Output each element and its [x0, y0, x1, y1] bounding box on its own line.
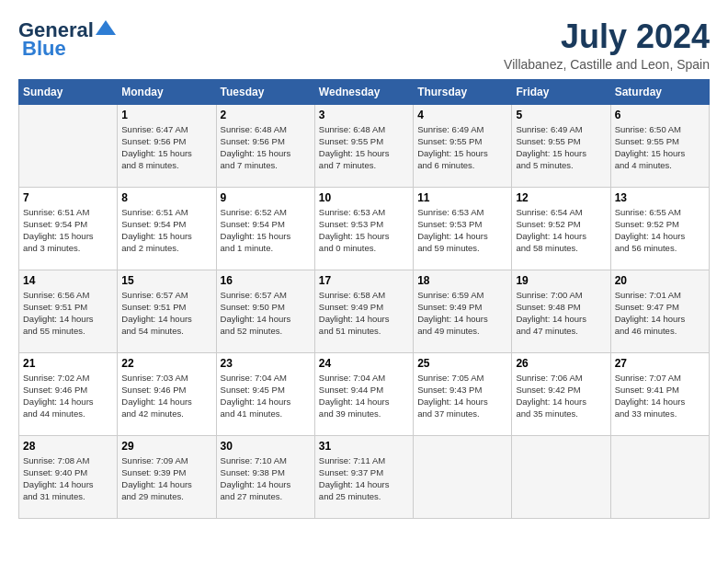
logo-icon [96, 20, 116, 35]
day-number: 15 [121, 274, 211, 287]
weekday-friday: Friday [512, 79, 610, 104]
weekday-tuesday: Tuesday [216, 79, 314, 104]
calendar-cell: 19Sunrise: 7:00 AM Sunset: 9:48 PM Dayli… [512, 270, 610, 352]
day-number: 17 [319, 274, 409, 287]
calendar-cell: 21Sunrise: 7:02 AM Sunset: 9:46 PM Dayli… [19, 352, 118, 435]
calendar-cell: 15Sunrise: 6:57 AM Sunset: 9:51 PM Dayli… [118, 270, 216, 352]
day-info: Sunrise: 7:07 AM Sunset: 9:41 PM Dayligh… [615, 372, 705, 420]
calendar-cell: 7Sunrise: 6:51 AM Sunset: 9:54 PM Daylig… [19, 187, 118, 270]
calendar-table: SundayMondayTuesdayWednesdayThursdayFrid… [18, 79, 710, 519]
day-number: 5 [516, 109, 606, 121]
day-number: 2 [221, 109, 311, 121]
calendar-cell: 8Sunrise: 6:51 AM Sunset: 9:54 PM Daylig… [118, 187, 216, 270]
calendar-cell: 2Sunrise: 6:48 AM Sunset: 9:56 PM Daylig… [216, 104, 314, 187]
weekday-saturday: Saturday [610, 79, 709, 104]
calendar-cell: 1Sunrise: 6:47 AM Sunset: 9:56 PM Daylig… [118, 104, 216, 187]
day-info: Sunrise: 7:10 AM Sunset: 9:38 PM Dayligh… [221, 454, 311, 503]
calendar-cell: 22Sunrise: 7:03 AM Sunset: 9:46 PM Dayli… [118, 352, 216, 435]
day-number: 8 [121, 191, 211, 204]
day-info: Sunrise: 7:03 AM Sunset: 9:46 PM Dayligh… [121, 372, 211, 420]
day-number: 22 [121, 357, 211, 370]
day-info: Sunrise: 7:08 AM Sunset: 9:40 PM Dayligh… [23, 454, 113, 503]
calendar-body: 1Sunrise: 6:47 AM Sunset: 9:56 PM Daylig… [19, 104, 710, 518]
calendar-cell: 29Sunrise: 7:09 AM Sunset: 9:39 PM Dayli… [118, 435, 216, 518]
calendar-cell: 31Sunrise: 7:11 AM Sunset: 9:37 PM Dayli… [314, 435, 413, 518]
calendar-cell: 28Sunrise: 7:08 AM Sunset: 9:40 PM Dayli… [19, 435, 118, 518]
day-number: 16 [221, 274, 311, 287]
week-row-4: 21Sunrise: 7:02 AM Sunset: 9:46 PM Dayli… [19, 352, 710, 435]
day-number: 10 [319, 191, 409, 204]
day-info: Sunrise: 6:53 AM Sunset: 9:53 PM Dayligh… [319, 206, 409, 255]
title-area: July 2024 Villabanez, Castille and Leon,… [504, 18, 710, 72]
day-number: 19 [516, 274, 606, 287]
day-info: Sunrise: 7:05 AM Sunset: 9:43 PM Dayligh… [417, 372, 507, 420]
day-number: 25 [417, 357, 507, 370]
day-info: Sunrise: 6:57 AM Sunset: 9:51 PM Dayligh… [121, 289, 211, 338]
day-number: 30 [221, 440, 311, 453]
day-info: Sunrise: 6:53 AM Sunset: 9:53 PM Dayligh… [417, 206, 507, 255]
day-info: Sunrise: 7:06 AM Sunset: 9:42 PM Dayligh… [516, 372, 606, 420]
calendar-cell: 3Sunrise: 6:48 AM Sunset: 9:55 PM Daylig… [314, 104, 413, 187]
calendar-cell: 11Sunrise: 6:53 AM Sunset: 9:53 PM Dayli… [414, 187, 512, 270]
calendar-cell: 10Sunrise: 6:53 AM Sunset: 9:53 PM Dayli… [314, 187, 413, 270]
day-number: 11 [417, 191, 507, 204]
calendar-cell: 4Sunrise: 6:49 AM Sunset: 9:55 PM Daylig… [414, 104, 512, 187]
calendar-cell: 13Sunrise: 6:55 AM Sunset: 9:52 PM Dayli… [610, 187, 709, 270]
calendar-cell: 20Sunrise: 7:01 AM Sunset: 9:47 PM Dayli… [610, 270, 709, 352]
day-info: Sunrise: 6:49 AM Sunset: 9:55 PM Dayligh… [417, 123, 507, 172]
day-info: Sunrise: 6:55 AM Sunset: 9:52 PM Dayligh… [615, 206, 705, 255]
day-number: 1 [121, 109, 211, 121]
day-info: Sunrise: 7:02 AM Sunset: 9:46 PM Dayligh… [23, 372, 113, 420]
day-number: 27 [615, 357, 705, 370]
calendar-cell [610, 435, 709, 518]
calendar-cell: 6Sunrise: 6:50 AM Sunset: 9:55 PM Daylig… [610, 104, 709, 187]
day-number: 13 [615, 191, 705, 204]
day-info: Sunrise: 6:54 AM Sunset: 9:52 PM Dayligh… [516, 206, 606, 255]
day-info: Sunrise: 6:52 AM Sunset: 9:54 PM Dayligh… [221, 206, 311, 255]
day-number: 12 [516, 191, 606, 204]
calendar-cell: 12Sunrise: 6:54 AM Sunset: 9:52 PM Dayli… [512, 187, 610, 270]
calendar-cell: 24Sunrise: 7:04 AM Sunset: 9:44 PM Dayli… [314, 352, 413, 435]
day-info: Sunrise: 7:00 AM Sunset: 9:48 PM Dayligh… [516, 289, 606, 338]
weekday-header-row: SundayMondayTuesdayWednesdayThursdayFrid… [19, 79, 710, 104]
day-number: 18 [417, 274, 507, 287]
day-info: Sunrise: 6:48 AM Sunset: 9:56 PM Dayligh… [221, 123, 311, 172]
calendar-cell: 5Sunrise: 6:49 AM Sunset: 9:55 PM Daylig… [512, 104, 610, 187]
day-number: 28 [23, 440, 113, 453]
day-info: Sunrise: 6:57 AM Sunset: 9:50 PM Dayligh… [221, 289, 311, 338]
month-year: July 2024 [504, 18, 710, 55]
day-info: Sunrise: 6:51 AM Sunset: 9:54 PM Dayligh… [23, 206, 113, 255]
day-number: 31 [319, 440, 409, 453]
day-info: Sunrise: 6:50 AM Sunset: 9:55 PM Dayligh… [615, 123, 705, 172]
week-row-3: 14Sunrise: 6:56 AM Sunset: 9:51 PM Dayli… [19, 270, 710, 352]
calendar-cell [512, 435, 610, 518]
calendar-cell: 16Sunrise: 6:57 AM Sunset: 9:50 PM Dayli… [216, 270, 314, 352]
calendar-cell: 27Sunrise: 7:07 AM Sunset: 9:41 PM Dayli… [610, 352, 709, 435]
day-info: Sunrise: 6:56 AM Sunset: 9:51 PM Dayligh… [23, 289, 113, 338]
weekday-sunday: Sunday [19, 79, 118, 104]
calendar-cell: 18Sunrise: 6:59 AM Sunset: 9:49 PM Dayli… [414, 270, 512, 352]
calendar-cell: 26Sunrise: 7:06 AM Sunset: 9:42 PM Dayli… [512, 352, 610, 435]
day-info: Sunrise: 6:58 AM Sunset: 9:49 PM Dayligh… [319, 289, 409, 338]
calendar-cell [19, 104, 118, 187]
day-number: 20 [615, 274, 705, 287]
calendar-cell: 17Sunrise: 6:58 AM Sunset: 9:49 PM Dayli… [314, 270, 413, 352]
logo-blue: Blue [22, 37, 66, 61]
calendar-cell: 25Sunrise: 7:05 AM Sunset: 9:43 PM Dayli… [414, 352, 512, 435]
day-number: 9 [221, 191, 311, 204]
week-row-1: 1Sunrise: 6:47 AM Sunset: 9:56 PM Daylig… [19, 104, 710, 187]
svg-marker-0 [96, 20, 116, 35]
day-info: Sunrise: 7:09 AM Sunset: 9:39 PM Dayligh… [121, 454, 211, 503]
day-number: 14 [23, 274, 113, 287]
day-number: 6 [615, 109, 705, 121]
week-row-2: 7Sunrise: 6:51 AM Sunset: 9:54 PM Daylig… [19, 187, 710, 270]
day-number: 24 [319, 357, 409, 370]
day-number: 23 [221, 357, 311, 370]
day-info: Sunrise: 6:51 AM Sunset: 9:54 PM Dayligh… [121, 206, 211, 255]
weekday-thursday: Thursday [414, 79, 512, 104]
weekday-wednesday: Wednesday [314, 79, 413, 104]
week-row-5: 28Sunrise: 7:08 AM Sunset: 9:40 PM Dayli… [19, 435, 710, 518]
calendar-cell: 30Sunrise: 7:10 AM Sunset: 9:38 PM Dayli… [216, 435, 314, 518]
day-info: Sunrise: 6:59 AM Sunset: 9:49 PM Dayligh… [417, 289, 507, 338]
day-number: 4 [417, 109, 507, 121]
